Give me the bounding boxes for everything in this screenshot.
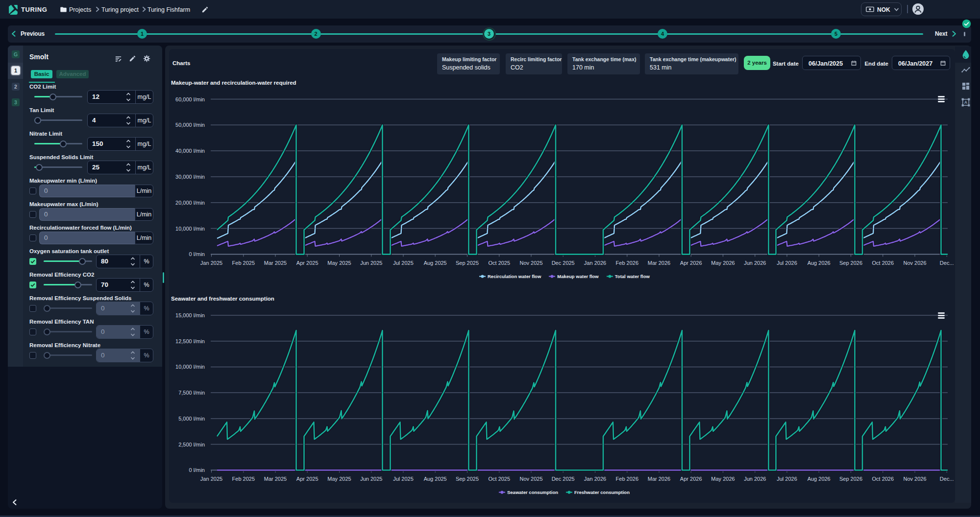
svg-text:Nov 2026: Nov 2026 [903,260,926,266]
svg-text:2,500 l/min: 2,500 l/min [178,442,205,447]
svg-text:Oct 2026: Oct 2026 [872,476,894,482]
svg-text:Oct 2026: Oct 2026 [872,260,894,266]
svg-text:Jul 2025: Jul 2025 [393,260,414,266]
svg-text:Apr 2025: Apr 2025 [296,260,318,266]
svg-text:Feb 2025: Feb 2025 [232,260,255,266]
svg-text:0 l/min: 0 l/min [189,467,205,473]
svg-text:Jan 2025: Jan 2025 [200,260,222,266]
svg-text:Feb 2026: Feb 2026 [616,260,638,266]
svg-text:Jun 2025: Jun 2025 [360,476,382,482]
svg-text:Jul 2026: Jul 2026 [777,476,797,482]
svg-text:Feb 2025: Feb 2025 [232,476,255,482]
svg-text:30,000 l/min: 30,000 l/min [175,174,205,180]
svg-text:Mar 2026: Mar 2026 [648,476,670,482]
svg-text:May 2025: May 2025 [327,476,351,482]
svg-text:Jan 2026: Jan 2026 [584,260,606,266]
svg-text:Aug 2026: Aug 2026 [808,476,831,482]
svg-text:Nov 2026: Nov 2026 [903,476,926,482]
svg-text:May 2025: May 2025 [327,260,351,266]
svg-text:Nov 2025: Nov 2025 [519,476,542,482]
svg-text:50,000 l/min: 50,000 l/min [175,122,205,128]
svg-text:10,000 l/min: 10,000 l/min [175,226,205,232]
svg-text:Apr 2026: Apr 2026 [680,260,702,266]
svg-text:A: A [964,100,967,105]
svg-text:Oct 2025: Oct 2025 [488,260,510,266]
svg-text:Aug 2025: Aug 2025 [424,260,447,266]
svg-text:Mar 2025: Mar 2025 [264,476,287,482]
svg-text:Jan 2026: Jan 2026 [584,476,606,482]
svg-text:Mar 2025: Mar 2025 [264,260,287,266]
svg-text:Oct 2025: Oct 2025 [488,476,510,482]
svg-text:20,000 l/min: 20,000 l/min [175,200,205,206]
svg-text:Jun 2026: Jun 2026 [744,260,766,266]
svg-text:Dec 2025: Dec 2025 [552,476,575,482]
svg-text:Aug 2026: Aug 2026 [808,260,831,266]
svg-text:12,500 l/min: 12,500 l/min [175,338,205,344]
svg-text:Dec...: Dec... [940,260,954,266]
svg-text:0 l/min: 0 l/min [189,251,205,257]
svg-text:Jun 2025: Jun 2025 [360,260,382,266]
svg-text:15,000 l/min: 15,000 l/min [175,312,205,318]
svg-text:Dec...: Dec... [940,476,954,482]
svg-text:5,000 l/min: 5,000 l/min [178,416,205,422]
svg-text:Sep 2025: Sep 2025 [456,260,479,266]
svg-text:Sep 2025: Sep 2025 [456,476,479,482]
svg-text:Mar 2026: Mar 2026 [648,260,670,266]
svg-text:Jan 2025: Jan 2025 [200,476,222,482]
svg-text:10,000 l/min: 10,000 l/min [175,364,205,370]
svg-text:Feb 2026: Feb 2026 [616,476,638,482]
svg-text:Nov 2025: Nov 2025 [519,260,542,266]
svg-text:Aug 2025: Aug 2025 [424,476,447,482]
svg-text:May 2026: May 2026 [711,260,735,266]
svg-text:Dec 2025: Dec 2025 [552,260,575,266]
svg-text:Jun 2026: Jun 2026 [744,476,766,482]
svg-text:Apr 2025: Apr 2025 [296,476,318,482]
svg-text:Jul 2026: Jul 2026 [777,260,797,266]
svg-text:Sep 2026: Sep 2026 [839,476,862,482]
svg-text:May 2026: May 2026 [711,476,735,482]
svg-text:Jul 2025: Jul 2025 [393,476,414,482]
svg-text:60,000 l/min: 60,000 l/min [175,96,205,102]
svg-text:7,500 l/min: 7,500 l/min [178,390,205,396]
svg-text:Apr 2026: Apr 2026 [680,476,702,482]
svg-text:40,000 l/min: 40,000 l/min [175,148,205,154]
svg-text:Sep 2026: Sep 2026 [839,260,862,266]
